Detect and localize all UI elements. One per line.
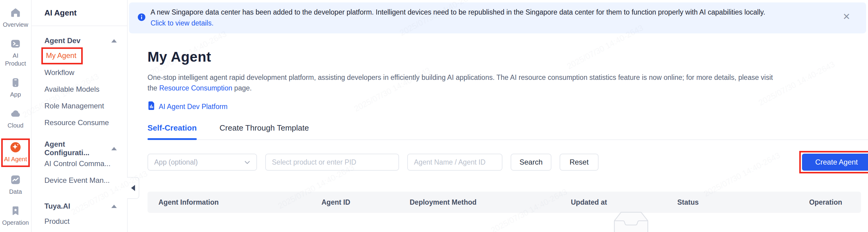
section-agent-dev: Agent Dev My Agent Workflow Available Mo… — [44, 34, 127, 131]
nav-label: Data — [9, 188, 22, 196]
sidebar-title: AI Agent — [32, 0, 127, 26]
cloud-icon — [9, 108, 22, 120]
sidebar-collapse-handle[interactable] — [127, 177, 139, 199]
collapse-caret-icon — [111, 39, 117, 42]
section-tuya-ai: Tuya.AI Product — [44, 199, 127, 230]
agent-name-id-input[interactable] — [407, 154, 502, 171]
nav-data[interactable]: Data — [0, 174, 31, 196]
section-header-agent-dev[interactable]: Agent Dev — [44, 34, 127, 47]
create-agent-button[interactable]: Create Agent — [802, 154, 868, 171]
tab-create-through-template[interactable]: Create Through Template — [220, 123, 309, 140]
bookmark-star-icon — [9, 205, 22, 217]
sidebar-item-device-event-management[interactable]: Device Event Man... — [44, 172, 127, 189]
chevron-down-icon — [244, 158, 250, 166]
sidebar-item-label: My Agent — [46, 51, 76, 60]
phone-icon — [9, 77, 22, 89]
column-deployment-method: Deployment Method — [410, 198, 571, 206]
nav-app[interactable]: App — [0, 77, 31, 99]
my-agent-annotation-box: My Agent — [41, 47, 83, 64]
product-pid-input[interactable] — [265, 154, 399, 171]
description-text: page. — [232, 84, 252, 92]
sparkle-icon — [9, 141, 22, 153]
nav-label: Cloud — [8, 121, 23, 129]
nav-label: App — [10, 90, 21, 99]
page-title: My Agent — [148, 49, 868, 65]
reset-button[interactable]: Reset — [560, 154, 598, 171]
column-operation: Operation — [809, 198, 842, 206]
column-agent-id: Agent ID — [321, 198, 410, 206]
nav-operation[interactable]: Operation — [0, 205, 31, 227]
banner-text: A new Singapore data center has been add… — [151, 7, 765, 17]
resource-consumption-link[interactable]: Resource Consumption — [159, 84, 232, 92]
nav-label: AI Agent — [4, 155, 27, 163]
document-chart-icon — [148, 102, 155, 112]
sidebar-item-ai-control-command[interactable]: AI Control Comma... — [44, 155, 127, 172]
home-icon — [9, 7, 22, 19]
section-agent-configuration: Agent Configurati... AI Control Comma...… — [44, 142, 127, 189]
app-select-placeholder: App (optional) — [154, 158, 198, 166]
nav-overview[interactable]: Overview — [0, 7, 31, 29]
section-label: Agent Dev — [44, 36, 81, 45]
collapse-arrow-icon — [131, 185, 135, 191]
tab-self-creation[interactable]: Self-Creation — [148, 123, 197, 140]
terminal-icon — [9, 38, 22, 50]
primary-nav-rail: Overview AI Product App Cloud — [0, 0, 32, 232]
empty-state-illustration — [605, 208, 657, 232]
agent-table-header: Agent Information Agent ID Deployment Me… — [148, 192, 861, 213]
sidebar-item-workflow[interactable]: Workflow — [44, 64, 127, 81]
trend-icon — [9, 174, 22, 186]
main-content: A new Singapore data center has been add… — [128, 0, 868, 232]
sidebar-item-my-agent[interactable]: My Agent — [44, 47, 127, 64]
section-label: Tuya.AI — [44, 202, 70, 210]
filter-toolbar: App (optional) Search Reset Create Agent — [148, 151, 868, 173]
nav-label: Operation — [2, 219, 29, 227]
collapse-caret-icon — [111, 147, 117, 150]
create-agent-annotation-box: Create Agent — [799, 151, 868, 173]
section-header-agent-configuration[interactable]: Agent Configurati... — [44, 142, 127, 155]
close-icon[interactable]: ✕ — [843, 12, 850, 21]
section-header-tuya-ai[interactable]: Tuya.AI — [44, 199, 127, 213]
nav-ai-product[interactable]: AI Product — [0, 38, 31, 67]
column-agent-information: Agent Information — [158, 198, 321, 206]
collapse-caret-icon — [111, 205, 117, 208]
sidebar-item-product[interactable]: Product — [44, 213, 127, 230]
tab-bar: Self-Creation Create Through Template — [148, 123, 868, 140]
search-button[interactable]: Search — [510, 154, 551, 171]
nav-label: AI Product — [4, 52, 27, 67]
sidebar-item-resource-consume[interactable]: Resource Consume — [44, 114, 127, 131]
ai-agent-dev-platform-link[interactable]: AI Agent Dev Platform — [148, 102, 868, 112]
page-description: One-stop intelligent agent rapid develop… — [148, 72, 780, 93]
column-updated-at: Updated at — [571, 198, 677, 206]
app-select[interactable]: App (optional) — [148, 154, 257, 171]
section-label: Agent Configurati... — [44, 140, 111, 157]
nav-ai-agent[interactable]: AI Agent — [3, 141, 28, 163]
banner-details-link[interactable]: Click to view details. — [151, 17, 765, 29]
nav-cloud[interactable]: Cloud — [0, 108, 31, 129]
nav-label: Overview — [3, 21, 28, 29]
column-status: Status — [677, 198, 809, 206]
sidebar-item-role-management[interactable]: Role Management — [44, 98, 127, 114]
platform-link-label: AI Agent Dev Platform — [159, 103, 227, 111]
ai-agent-annotation-box: AI Agent — [1, 139, 30, 167]
info-icon — [137, 13, 146, 23]
sidebar-item-available-models[interactable]: Available Models — [44, 81, 127, 98]
notice-banner: A new Singapore data center has been add… — [129, 2, 866, 33]
secondary-sidebar: AI Agent Agent Dev My Agent Workflow Ava… — [32, 0, 128, 232]
